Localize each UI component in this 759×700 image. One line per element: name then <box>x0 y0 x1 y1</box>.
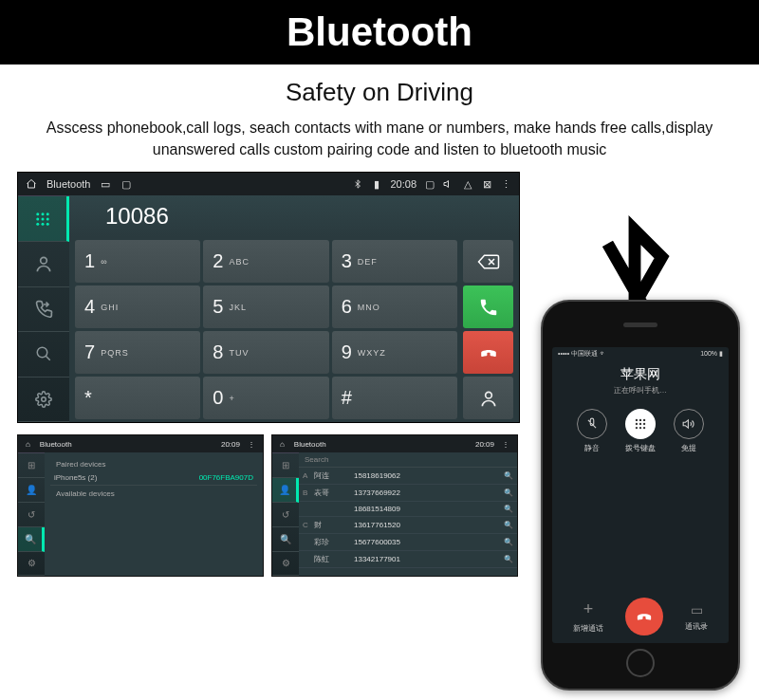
svg-point-19 <box>636 427 638 429</box>
sidebar-search[interactable] <box>18 332 69 378</box>
svg-point-2 <box>46 212 48 215</box>
sidebar <box>18 195 69 422</box>
key-2[interactable]: 2ABC <box>203 240 328 283</box>
statusbar-time: 20:08 <box>390 178 417 190</box>
sidebar-dialpad[interactable] <box>18 196 69 242</box>
contacts-button[interactable]: ▭ 通讯录 <box>685 602 708 632</box>
close-icon[interactable]: ⊠ <box>481 178 492 190</box>
eject-icon[interactable]: △ <box>462 178 473 190</box>
caller-name: 苹果网 <box>552 366 729 383</box>
key-0[interactable]: 0+ <box>203 377 328 419</box>
user-button[interactable] <box>463 377 513 419</box>
mute-icon[interactable] <box>443 178 454 190</box>
keypad-button[interactable]: 拨号键盘 <box>625 409 656 453</box>
contact-row[interactable]: 陈虹13342177901🔍 <box>299 551 517 568</box>
key-hash[interactable]: # <box>332 377 457 419</box>
sidebar-call-log[interactable] <box>18 287 69 333</box>
hangup-button[interactable] <box>463 331 513 374</box>
thumb-paired: ⌂ Bluetooth 20:09 ⋮ ⊞ 👤 ↺ 🔍 ⚙ Paired dev… <box>17 434 264 577</box>
thumb2-sb-log[interactable]: ↺ <box>272 503 299 527</box>
dialer-panel: Bluetooth ▭ ▢ ▮ 20:08 ▢ △ ⊠ ⋮ <box>17 172 520 423</box>
svg-point-21 <box>643 427 645 429</box>
sd-icon[interactable]: ▢ <box>120 178 132 190</box>
svg-point-8 <box>46 222 48 225</box>
dial-keypad: 1∞ 2ABC 3DEF 4GHI 5JKL 6MNO 7PQRS 8TUV 9… <box>69 237 460 422</box>
phone-mockup: ••••• 中国联通 ᯤ 100% ▮ 苹果网 正在呼叫手机… 静音 <box>541 300 740 691</box>
bluetooth-small-icon <box>352 178 363 190</box>
description-text: Asscess phonebook,call logs, seach conta… <box>0 117 759 172</box>
contact-row[interactable]: 18681514809🔍 <box>299 502 517 517</box>
svg-point-14 <box>639 419 641 421</box>
thumb-sb-search[interactable]: 🔍 <box>18 527 45 552</box>
svg-point-4 <box>41 217 44 220</box>
status-bar: Bluetooth ▭ ▢ ▮ 20:08 ▢ △ ⊠ ⋮ <box>18 173 519 195</box>
svg-point-15 <box>643 419 645 421</box>
svg-point-3 <box>36 217 39 220</box>
svg-point-1 <box>41 212 44 215</box>
mute-button[interactable]: 静音 <box>577 409 607 453</box>
thumb2-sb-dialpad[interactable]: ⊞ <box>272 453 299 478</box>
dial-display: 10086 <box>69 195 519 237</box>
svg-point-9 <box>41 258 47 265</box>
signal-icon: ▮ <box>371 178 382 190</box>
thumb2-sb-search[interactable]: 🔍 <box>272 527 299 552</box>
home-icon[interactable]: ⌂ <box>280 440 285 449</box>
svg-point-20 <box>639 427 641 429</box>
contact-row[interactable]: 彩珍15677600035🔍 <box>299 534 517 551</box>
key-star[interactable]: * <box>75 377 200 419</box>
speaker-button[interactable]: 免提 <box>674 409 704 453</box>
svg-point-5 <box>46 217 48 220</box>
statusbar-label: Bluetooth <box>46 178 90 190</box>
call-button[interactable] <box>463 286 513 328</box>
battery-icon: ▢ <box>424 178 435 190</box>
call-status: 正在呼叫手机… <box>552 385 729 396</box>
svg-point-7 <box>41 222 44 225</box>
thumb-sb-dialpad[interactable]: ⊞ <box>18 453 45 478</box>
key-1[interactable]: 1∞ <box>75 240 200 283</box>
key-7[interactable]: 7PQRS <box>75 331 200 374</box>
backspace-button[interactable] <box>463 240 513 283</box>
key-5[interactable]: 5JKL <box>203 286 328 328</box>
home-icon[interactable]: ⌂ <box>26 440 30 449</box>
home-button[interactable] <box>626 649 655 677</box>
thumb-sb-settings[interactable]: ⚙ <box>18 552 45 577</box>
home-icon[interactable] <box>26 178 37 190</box>
header-bar: Bluetooth <box>0 0 759 64</box>
header-title: Bluetooth <box>0 9 759 55</box>
key-9[interactable]: 9WXYZ <box>332 331 457 374</box>
available-header: Available devices <box>50 486 257 500</box>
sidebar-contacts[interactable] <box>18 242 69 287</box>
svg-point-18 <box>643 423 645 425</box>
key-4[interactable]: 4GHI <box>75 286 200 328</box>
sidebar-settings[interactable] <box>18 378 69 423</box>
key-8[interactable]: 8TUV <box>203 331 328 374</box>
svg-point-16 <box>636 423 638 425</box>
contact-row[interactable]: B表哥13737669922🔍 <box>299 485 517 502</box>
thumb-sb-contacts[interactable]: 👤 <box>18 478 45 503</box>
contact-row[interactable]: C财13617761520🔍 <box>299 517 517 534</box>
key-3[interactable]: 3DEF <box>332 240 457 283</box>
add-call-button[interactable]: + 新增通话 <box>573 599 603 634</box>
svg-point-12 <box>485 392 491 398</box>
paired-header: Paired devices <box>50 456 257 470</box>
paired-device-row[interactable]: iPhone5s (2) 00F76FBA907D <box>50 470 257 486</box>
thumb2-sb-settings[interactable]: ⚙ <box>272 552 299 577</box>
svg-point-17 <box>639 423 641 425</box>
save-icon[interactable]: ▭ <box>100 178 111 190</box>
key-6[interactable]: 6MNO <box>332 286 457 328</box>
subtitle: Safety on Driving <box>0 78 759 107</box>
end-call-button[interactable] <box>625 598 663 636</box>
thumb2-sb-contacts[interactable]: 👤 <box>272 478 299 503</box>
svg-point-11 <box>42 397 46 402</box>
thumb-sb-log[interactable]: ↺ <box>18 503 45 527</box>
svg-point-0 <box>36 212 39 215</box>
svg-point-13 <box>636 419 638 421</box>
thumb-contacts: ⌂ Bluetooth 20:09 ⋮ ⊞ 👤 ↺ 🔍 ⚙ Search A阿连… <box>271 434 518 577</box>
svg-point-10 <box>37 348 47 359</box>
svg-point-6 <box>36 222 39 225</box>
search-field[interactable]: Search <box>299 452 517 468</box>
more-icon[interactable]: ⋮ <box>500 178 511 190</box>
contact-row[interactable]: A阿连15818619062🔍 <box>299 468 517 485</box>
